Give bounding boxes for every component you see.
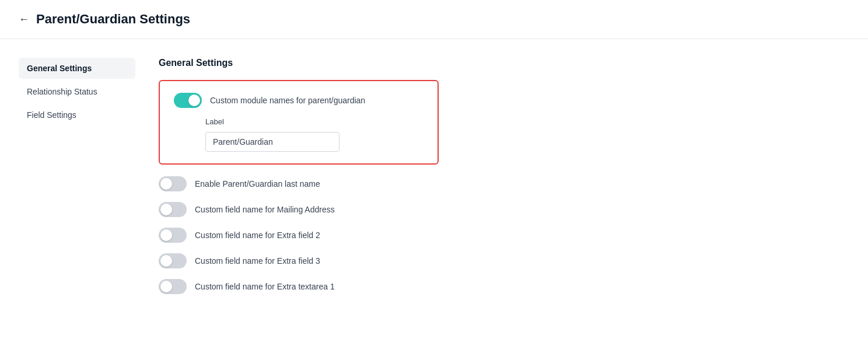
custom-textarea-1-label: Custom field name for Extra textarea 1 <box>195 282 335 291</box>
toggle-thumb <box>188 95 200 106</box>
custom-textarea-1-toggle[interactable] <box>159 279 187 294</box>
custom-module-row: Custom module names for parent/guardian <box>174 93 424 108</box>
toggle-thumb <box>160 255 172 267</box>
custom-textarea-1-row: Custom field name for Extra textarea 1 <box>159 279 439 294</box>
back-button[interactable]: ← <box>19 13 29 26</box>
custom-mailing-row: Custom field name for Mailing Address <box>159 202 439 217</box>
custom-extra-2-toggle[interactable] <box>159 228 187 243</box>
main-content: General Settings Custom module names for… <box>159 58 849 305</box>
page-title: Parent/Guardian Settings <box>36 12 190 27</box>
label-field-row: Label <box>174 117 424 152</box>
toggle-thumb <box>160 229 172 241</box>
custom-module-toggle[interactable] <box>174 93 202 108</box>
custom-module-label: Custom module names for parent/guardian <box>210 96 365 105</box>
custom-module-settings-box: Custom module names for parent/guardian … <box>159 80 439 165</box>
custom-extra-3-row: Custom field name for Extra field 3 <box>159 253 439 268</box>
custom-extra-2-row: Custom field name for Extra field 2 <box>159 228 439 243</box>
sidebar: General Settings Relationship Status Fie… <box>19 58 135 305</box>
sidebar-item-field-settings[interactable]: Field Settings <box>19 104 135 125</box>
sidebar-item-general-settings[interactable]: General Settings <box>19 58 135 79</box>
custom-mailing-toggle[interactable] <box>159 202 187 217</box>
toggle-thumb <box>160 281 172 292</box>
sidebar-item-relationship-status[interactable]: Relationship Status <box>19 81 135 102</box>
custom-extra-2-label: Custom field name for Extra field 2 <box>195 231 320 240</box>
custom-extra-3-label: Custom field name for Extra field 3 <box>195 256 320 266</box>
custom-mailing-label: Custom field name for Mailing Address <box>195 205 335 214</box>
label-field-label: Label <box>205 117 224 126</box>
section-title: General Settings <box>159 58 849 68</box>
label-field-input[interactable] <box>205 132 340 152</box>
content-area: General Settings Relationship Status Fie… <box>0 39 868 323</box>
toggle-thumb <box>160 178 172 190</box>
enable-last-name-row: Enable Parent/Guardian last name <box>159 176 439 191</box>
page-header: ← Parent/Guardian Settings <box>0 0 868 39</box>
enable-last-name-toggle[interactable] <box>159 176 187 191</box>
toggle-thumb <box>160 204 172 215</box>
enable-last-name-label: Enable Parent/Guardian last name <box>195 179 320 189</box>
custom-extra-3-toggle[interactable] <box>159 253 187 268</box>
